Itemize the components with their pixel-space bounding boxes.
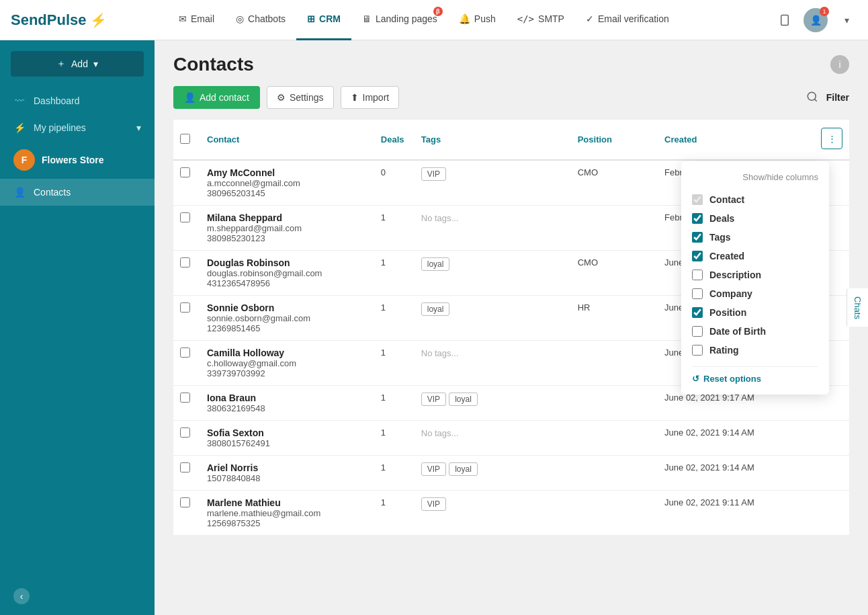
dropdown-item-description: Description <box>692 265 818 284</box>
checkbox-deals[interactable] <box>692 213 703 224</box>
checkbox-dob[interactable] <box>692 326 703 337</box>
tags-cell: VIPloyal <box>415 456 571 491</box>
contact-name[interactable]: Camilla Holloway <box>207 347 367 358</box>
contact-cell: Sonnie Osborn sonnie.osborn@gmail.com 12… <box>200 296 374 341</box>
col-header-actions: ⋮ Show/hide columns Contact <box>814 120 849 160</box>
contact-cell: Amy McConnel a.mcconnel@gmail.com 380965… <box>200 160 374 206</box>
sidebar-item-contacts[interactable]: 👤 Contacts <box>0 179 155 206</box>
table-row[interactable]: Ariel Norris 15078840848 1VIPloyalJune 0… <box>173 456 849 491</box>
sidebar-item-flowers-store[interactable]: F Flowers Store <box>0 141 155 179</box>
tag-badge: VIP <box>421 393 446 406</box>
contact-cell: Camilla Holloway c.holloway@gmail.com 33… <box>200 341 374 386</box>
sidebar-item-pipelines[interactable]: ⚡ My pipelines ▾ <box>0 114 155 141</box>
add-button[interactable]: ＋ Add ▾ <box>11 51 144 77</box>
deals-cell: 1 <box>374 251 415 296</box>
checkbox-company[interactable] <box>692 288 703 299</box>
contact-phone: 380965203145 <box>207 188 367 198</box>
add-arrow-icon: ▾ <box>93 58 98 69</box>
contact-name[interactable]: Milana Sheppard <box>207 212 367 223</box>
dropdown-title: Show/hide columns <box>692 172 818 182</box>
row-checkbox[interactable] <box>180 497 190 507</box>
contact-phone: 339739703992 <box>207 368 367 378</box>
position-cell: CMO <box>571 160 658 206</box>
dropdown-arrow[interactable]: ▾ <box>836 9 857 31</box>
contacts-table-wrap: Contact Deals Tags Position Created ⋮ Sh… <box>155 120 868 615</box>
page-header: Contacts i <box>155 40 868 75</box>
nav-email-verify[interactable]: ✓ Email verification <box>575 0 680 40</box>
store-avatar: F <box>13 149 35 171</box>
nav-items: ✉ Email ◎ Chatbots ⊞ CRM 🖥 Landing pages… <box>168 0 771 40</box>
checkbox-tags[interactable] <box>692 232 703 243</box>
logo: SendPulse ⚡ <box>11 11 165 29</box>
contact-cell: Marlene Mathieu marlene.mathieu@gmail.co… <box>200 491 374 536</box>
checkbox-position[interactable] <box>692 307 703 318</box>
contact-name[interactable]: Ariel Norris <box>207 462 367 473</box>
select-all-checkbox[interactable] <box>180 134 190 144</box>
nav-smtp[interactable]: </> SMTP <box>507 0 575 40</box>
col-header-position: Position <box>571 120 658 160</box>
actions-cell <box>814 421 849 456</box>
checkbox-created[interactable] <box>692 251 703 261</box>
row-checkbox[interactable] <box>180 347 190 358</box>
nav-chatbots[interactable]: ◎ Chatbots <box>225 0 296 40</box>
settings-icon: ⚙ <box>277 92 286 103</box>
contact-name[interactable]: Amy McConnel <box>207 167 367 178</box>
position-cell <box>571 491 658 536</box>
tags-cell: No tags... <box>415 206 571 251</box>
contact-email: a.mcconnel@gmail.com <box>207 178 367 188</box>
crm-nav-icon: ⊞ <box>307 13 315 24</box>
deals-cell: 1 <box>374 386 415 421</box>
filter-button[interactable]: Filter <box>826 92 849 103</box>
row-checkbox[interactable] <box>180 257 190 268</box>
row-checkbox[interactable] <box>180 167 190 177</box>
add-contact-icon: 👤 <box>184 92 196 103</box>
nav-landing[interactable]: 🖥 Landing pages β <box>351 0 448 40</box>
nav-email[interactable]: ✉ Email <box>168 0 225 40</box>
search-button[interactable] <box>806 91 818 105</box>
avatar-notification-badge: 1 <box>820 7 829 16</box>
contacts-icon: 👤 <box>13 187 26 198</box>
chats-tab[interactable]: Chats <box>847 288 868 327</box>
push-nav-icon: 🔔 <box>459 13 470 24</box>
user-avatar[interactable]: 👤 1 <box>804 8 828 32</box>
nav-push[interactable]: 🔔 Push <box>448 0 507 40</box>
contact-name[interactable]: Sonnie Osborn <box>207 302 367 313</box>
checkbox-description[interactable] <box>692 270 703 280</box>
nav-crm[interactable]: ⊞ CRM <box>296 0 351 40</box>
row-checkbox[interactable] <box>180 427 190 438</box>
settings-button[interactable]: ⚙ Settings <box>267 86 334 109</box>
main-layout: ＋ Add ▾ 〰 Dashboard ⚡ My pipelines ▾ F F… <box>0 40 868 615</box>
nav-right: 👤 1 ▾ <box>774 8 857 32</box>
sidebar-item-dashboard[interactable]: 〰 Dashboard <box>0 87 155 114</box>
contact-name[interactable]: Douglas Robinson <box>207 257 367 268</box>
info-button[interactable]: i <box>830 55 849 74</box>
import-button[interactable]: ⬆ Import <box>341 86 400 109</box>
position-cell <box>571 206 658 251</box>
row-checkbox[interactable] <box>180 462 190 473</box>
checkbox-rating[interactable] <box>692 345 703 356</box>
checkbox-contact[interactable] <box>692 194 703 205</box>
contact-name[interactable]: Marlene Mathieu <box>207 497 367 508</box>
mobile-icon[interactable] <box>774 9 795 31</box>
reset-options-button[interactable]: ↺ Reset options <box>692 366 818 384</box>
table-row[interactable]: Marlene Mathieu marlene.mathieu@gmail.co… <box>173 491 849 536</box>
table-row[interactable]: Sofia Sexton 3808015762491 1No tags...Ju… <box>173 421 849 456</box>
add-contact-button[interactable]: 👤 Add contact <box>173 86 260 109</box>
pipelines-icon: ⚡ <box>13 122 26 133</box>
collapse-sidebar-btn[interactable]: ‹ <box>13 588 141 604</box>
column-options-button[interactable]: ⋮ <box>821 128 842 149</box>
tags-cell: No tags... <box>415 341 571 386</box>
contact-phone: 380985230123 <box>207 233 367 243</box>
tag-badge: VIP <box>421 462 446 476</box>
dropdown-item-position: Position <box>692 303 818 322</box>
no-tags: No tags... <box>421 348 459 358</box>
deals-cell: 0 <box>374 160 415 206</box>
contact-cell: Iona Braun 380632169548 <box>200 386 374 421</box>
row-checkbox[interactable] <box>180 302 190 313</box>
logo-pulse: ⚡ <box>90 12 107 28</box>
row-checkbox[interactable] <box>180 212 190 222</box>
row-checkbox[interactable] <box>180 393 190 403</box>
contact-name[interactable]: Iona Braun <box>207 393 367 403</box>
contact-email: c.holloway@gmail.com <box>207 358 367 368</box>
contact-name[interactable]: Sofia Sexton <box>207 427 367 438</box>
